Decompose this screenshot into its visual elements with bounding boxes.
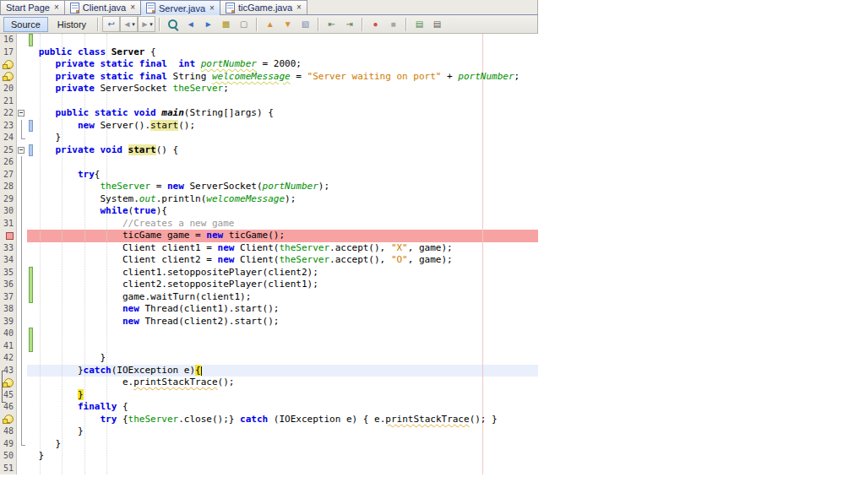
fold-column[interactable] <box>17 144 27 157</box>
line-number[interactable]: 38 <box>0 303 17 316</box>
tab-server-java[interactable]: Server.java× <box>140 0 220 15</box>
line-number[interactable]: 50 <box>0 450 17 463</box>
line-number[interactable]: 42 <box>0 352 17 365</box>
code-line[interactable]: 20 private ServerSocket theServer; <box>0 83 538 95</box>
code-line[interactable]: 40 <box>0 328 538 340</box>
code-line[interactable]: 49 } <box>0 438 538 451</box>
gutter-breakpoint-cell[interactable] <box>0 230 17 242</box>
line-number[interactable]: 36 <box>0 279 17 291</box>
find-button[interactable] <box>164 16 182 32</box>
rectangular-selection-button[interactable]: ▢ <box>235 16 253 32</box>
hint-bulb-icon[interactable] <box>4 72 14 81</box>
code-line[interactable]: 21 <box>0 95 538 108</box>
tab-client-java[interactable]: Client.java× <box>64 0 141 14</box>
code-line[interactable]: 30 while(true){ <box>0 205 538 218</box>
last-edit-position-button[interactable]: ↩ <box>102 16 120 32</box>
code-line[interactable]: 16 <box>0 34 538 46</box>
next-occurrence-button[interactable]: ► <box>199 16 217 32</box>
fold-collapse-box[interactable] <box>18 110 24 117</box>
source-view-button[interactable]: Source <box>3 17 48 32</box>
code-line[interactable]: 41 <box>0 340 538 353</box>
line-number[interactable]: 26 <box>0 156 17 169</box>
back-button[interactable]: ◄▾ <box>120 16 138 32</box>
tab-start-page[interactable]: Start Page× <box>0 0 65 14</box>
line-number[interactable]: 40 <box>0 328 17 340</box>
shift-line-right-button[interactable]: ⇥ <box>340 16 358 32</box>
line-number[interactable]: 37 <box>0 291 17 304</box>
code-line[interactable]: 22 public static void main(String[]args)… <box>0 107 538 120</box>
close-icon[interactable]: × <box>130 3 135 12</box>
tab-ticgame-java[interactable]: ticGame.java× <box>220 0 307 14</box>
code-line[interactable]: 43 }catch(IOException e){ <box>0 365 538 377</box>
code-line[interactable]: 28 theServer = new ServerSocket(portNumb… <box>0 181 538 193</box>
code-editor[interactable]: 1617 public class Server { private stati… <box>0 34 538 474</box>
line-number[interactable]: 41 <box>0 340 17 353</box>
next-bookmark-button[interactable]: ▼ <box>279 16 296 32</box>
code-line[interactable]: 38 new Thread(client1).start(); <box>0 303 538 316</box>
code-line[interactable]: 33 Client client1 = new Client(theServer… <box>0 242 538 255</box>
close-icon[interactable]: × <box>54 3 59 12</box>
code-line[interactable]: 34 Client client2 = new Client(theServer… <box>0 254 538 267</box>
forward-button[interactable]: ►▾ <box>138 16 155 32</box>
start-macro-recording-button[interactable]: ● <box>367 16 384 32</box>
line-number[interactable]: 16 <box>0 34 17 46</box>
code-line[interactable]: 17 public class Server { <box>0 46 538 59</box>
close-icon[interactable]: × <box>209 4 215 13</box>
history-view-button[interactable]: History <box>50 17 94 32</box>
code-line[interactable]: try {theServer.close();} catch (IOExcept… <box>0 414 538 426</box>
comment-button[interactable]: ▤ <box>411 16 428 32</box>
code-line[interactable]: e.printStackTrace(); <box>0 377 538 389</box>
code-line[interactable]: 23 new Server().start(); <box>0 120 538 133</box>
line-number[interactable]: 51 <box>0 463 17 475</box>
code-line[interactable]: 27 try{ <box>0 169 538 182</box>
code-line[interactable]: 46 finally { <box>0 401 538 414</box>
code-line[interactable]: private static final int portNumber = 20… <box>0 58 538 71</box>
previous-occurrence-button[interactable]: ◄ <box>182 16 199 32</box>
line-number[interactable]: 17 <box>0 46 17 59</box>
line-number[interactable]: 34 <box>0 254 17 267</box>
code-line[interactable]: 26 <box>0 156 538 169</box>
code-line[interactable]: 45 } <box>0 389 538 402</box>
code-line[interactable]: 37 game.waitTurn(client1); <box>0 291 538 304</box>
code-line[interactable]: 48 } <box>0 425 538 438</box>
code-line[interactable]: 31 //Creates a new game <box>0 218 538 230</box>
toggle-highlight-search-button[interactable]: ▩ <box>217 16 235 32</box>
code-line[interactable]: 42 } <box>0 352 538 365</box>
line-number[interactable]: 30 <box>0 205 17 218</box>
line-number[interactable]: 24 <box>0 132 17 144</box>
previous-bookmark-button[interactable]: ▲ <box>261 16 279 32</box>
code-line[interactable]: ticGame game = new ticGame(); <box>0 230 538 242</box>
code-line[interactable]: 50 } <box>0 450 538 463</box>
line-number[interactable]: 46 <box>0 401 17 414</box>
line-number[interactable]: 22 <box>0 107 17 120</box>
line-number[interactable]: 49 <box>0 438 17 451</box>
gutter-hint-cell[interactable] <box>0 58 17 71</box>
line-number[interactable]: 48 <box>0 425 17 438</box>
line-number[interactable]: 23 <box>0 120 17 133</box>
code-line[interactable]: 36 client2.setoppositePlayer(client1); <box>0 279 538 291</box>
line-number[interactable]: 28 <box>0 181 17 193</box>
code-line[interactable]: 51 <box>0 463 538 475</box>
code-line[interactable]: 25 private void start() { <box>0 144 538 157</box>
code-line[interactable]: 35 client1.setoppositePlayer(client2); <box>0 267 538 279</box>
gutter-hint-cell[interactable] <box>0 414 17 426</box>
line-number[interactable]: 27 <box>0 169 17 182</box>
line-number[interactable]: 39 <box>0 316 17 328</box>
code-line[interactable]: 39 new Thread(client2).start(); <box>0 316 538 328</box>
code-line[interactable]: private static final String welcomeMessa… <box>0 71 538 84</box>
uncomment-button[interactable]: ▤ <box>428 16 446 32</box>
line-number[interactable]: 31 <box>0 218 17 230</box>
line-number[interactable]: 21 <box>0 95 17 108</box>
toggle-bookmark-button[interactable]: ▧ <box>296 16 314 32</box>
line-number[interactable]: 25 <box>0 144 17 157</box>
breakpoint-icon[interactable] <box>6 232 14 240</box>
code-line[interactable]: 29 System.out.println(welcomeMessage); <box>0 193 538 206</box>
fold-column[interactable] <box>17 107 27 120</box>
hint-bulb-icon[interactable] <box>4 415 14 424</box>
line-number[interactable]: 29 <box>0 193 17 206</box>
stop-macro-recording-button[interactable]: ■ <box>384 16 402 32</box>
shift-line-left-button[interactable]: ⇤ <box>323 16 340 32</box>
fold-collapse-box[interactable] <box>18 147 24 154</box>
line-number[interactable]: 35 <box>0 267 17 279</box>
line-number[interactable]: 20 <box>0 83 17 95</box>
